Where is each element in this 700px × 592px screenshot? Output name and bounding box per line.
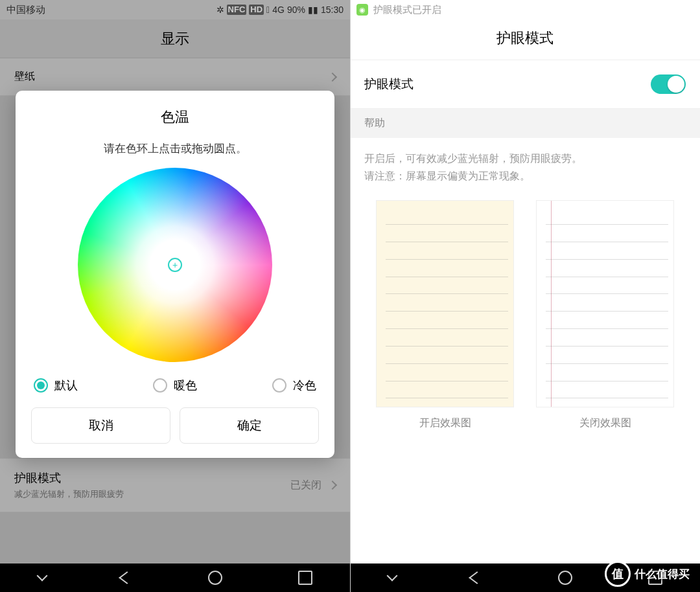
phone-display-settings: 中国移动 ✲ NFC HD 󾓦 4G 90% ▮▮ 15:30 显示 壁纸 <box>0 0 350 592</box>
help-line-2: 请注意：屏幕显示偏黄为正常现象。 <box>364 167 686 185</box>
radio-option-default[interactable]: 默认 <box>34 378 78 393</box>
nav-back-button[interactable] <box>119 571 135 584</box>
modal-instruction: 请在色环上点击或拖动圆点。 <box>31 141 319 156</box>
cancel-button[interactable]: 取消 <box>31 407 170 444</box>
preview-on-label: 开启效果图 <box>376 416 514 430</box>
radio-label: 冷色 <box>293 378 316 393</box>
watermark-badge: 值 <box>605 561 631 587</box>
preview-off-label: 关闭效果图 <box>536 416 674 430</box>
page-title: 护眼模式 <box>350 19 700 60</box>
radio-option-cool[interactable]: 冷色 <box>272 378 316 393</box>
nav-home-button[interactable] <box>558 571 572 585</box>
toggle-label: 护眼模式 <box>364 76 414 93</box>
radio-icon <box>153 378 167 393</box>
radio-icon <box>34 378 48 393</box>
watermark: 值 什么值得买 <box>605 561 690 587</box>
radio-label: 暖色 <box>174 378 197 393</box>
ok-button[interactable]: 确定 <box>180 407 319 444</box>
status-bar: ◉ 护眼模式已开启 <box>350 0 700 19</box>
radio-icon <box>272 378 286 393</box>
preview-row: 开启效果图 关闭效果图 <box>350 200 700 430</box>
nav-home-button[interactable] <box>208 571 222 585</box>
notification-app-icon: ◉ <box>356 4 368 16</box>
eye-comfort-toggle-row: 护眼模式 <box>350 60 700 109</box>
nav-back-button[interactable] <box>469 571 485 584</box>
eye-comfort-screen: 护眼模式 护眼模式 帮助 开启后，可有效减少蓝光辐射，预防用眼疲劳。 请注意：屏… <box>350 19 700 564</box>
eye-comfort-toggle[interactable] <box>651 74 686 94</box>
notification-text: 护眼模式已开启 <box>373 4 441 16</box>
color-wheel-handle[interactable]: + <box>168 258 182 272</box>
color-temp-options: 默认 暖色 冷色 <box>31 378 319 407</box>
preview-off-image <box>536 200 674 407</box>
nav-expand-icon[interactable] <box>386 571 397 582</box>
phone-eye-comfort: ◉ 护眼模式已开启 护眼模式 护眼模式 帮助 开启后，可有效减少蓝光辐射，预防用… <box>350 0 700 592</box>
watermark-text: 什么值得买 <box>635 567 690 582</box>
help-description: 开启后，可有效减少蓝光辐射，预防用眼疲劳。 请注意：屏幕显示偏黄为正常现象。 <box>350 138 700 200</box>
color-wheel[interactable]: + <box>78 168 272 362</box>
navigation-bar <box>0 564 350 592</box>
nav-expand-icon[interactable] <box>36 571 47 582</box>
radio-option-warm[interactable]: 暖色 <box>153 378 197 393</box>
modal-title: 色温 <box>31 108 319 127</box>
nav-recent-button[interactable] <box>298 571 312 585</box>
help-line-1: 开启后，可有效减少蓝光辐射，预防用眼疲劳。 <box>364 150 686 167</box>
preview-on-image <box>376 200 514 407</box>
radio-label: 默认 <box>54 378 78 393</box>
color-temperature-modal: 色温 请在色环上点击或拖动圆点。 + 默认 暖色 冷色 <box>16 91 334 458</box>
help-section-header: 帮助 <box>350 109 700 138</box>
